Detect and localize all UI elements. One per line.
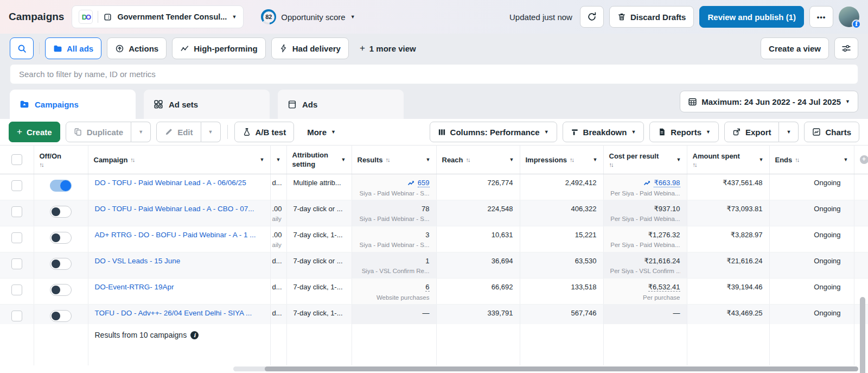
breakdown-button[interactable]: Breakdown ▼	[563, 122, 644, 142]
duplicate-button[interactable]: Duplicate	[66, 122, 132, 142]
edit-dropdown[interactable]: ▼	[201, 122, 221, 142]
columns-button[interactable]: Columns: Performance ▼	[430, 122, 557, 142]
search-input[interactable]	[10, 64, 858, 84]
tab-ad-sets[interactable]: Ad sets	[144, 90, 270, 119]
campaign-toggle[interactable]	[50, 180, 72, 192]
row-checkbox[interactable]	[11, 258, 22, 269]
campaign-name-link[interactable]: DO - VSL Leads - 15 June	[95, 257, 181, 265]
reach-header[interactable]: Reach↑↓▼	[436, 146, 520, 174]
chevron-down-icon: ▼	[350, 15, 355, 20]
row-checkbox[interactable]	[11, 180, 22, 191]
budget-header[interactable]: ▼	[270, 146, 286, 174]
sort-icon: ↑↓	[795, 156, 799, 163]
avatar[interactable]: f	[839, 7, 859, 27]
row-checkbox[interactable]	[11, 206, 22, 217]
create-button[interactable]: + Create	[9, 122, 60, 142]
campaign-toggle[interactable]	[50, 284, 72, 296]
more-button[interactable]: More ▼	[299, 122, 343, 142]
campaign-toggle[interactable]	[50, 258, 72, 270]
campaign-toggle[interactable]	[50, 206, 72, 218]
add-column-icon[interactable]: +	[860, 155, 868, 164]
facebook-badge-icon: f	[852, 20, 861, 29]
attribution-cell: 7-day click or ...	[286, 200, 352, 226]
cost-per-result-sub-label: Per Siya - Paid Webina...	[610, 242, 680, 248]
refresh-button[interactable]	[580, 6, 604, 28]
ends-cell: Ongoing	[769, 226, 854, 252]
view-settings-button[interactable]	[834, 37, 858, 59]
review-publish-button[interactable]: Review and publish (1)	[699, 6, 804, 28]
row-checkbox[interactable]	[11, 285, 22, 295]
export-dropdown[interactable]: ▼	[779, 122, 799, 142]
select-all-checkbox[interactable]	[11, 154, 22, 165]
duplicate-dropdown[interactable]: ▼	[131, 122, 151, 142]
info-icon[interactable]: i	[190, 331, 199, 339]
vertical-scrollbar[interactable]	[860, 297, 865, 373]
view-all-ads[interactable]: All ads	[45, 37, 101, 59]
view-actions[interactable]: Actions	[107, 37, 167, 59]
attribution-header[interactable]: Attributionsetting▼	[286, 146, 352, 174]
ab-test-button[interactable]: A/B test	[234, 122, 295, 142]
campaign-name-cell: TOFU - DO - Adv++- 26/04 Event Delhi - S…	[88, 305, 270, 325]
impressions-cell: 567,746	[520, 305, 603, 325]
reach-cell: 224,548	[436, 200, 520, 226]
circle-up-arrow-icon	[115, 44, 124, 53]
attribution-value: 7-day click or ...	[293, 257, 343, 265]
search-views-button[interactable]	[10, 37, 34, 59]
opportunity-score[interactable]: 82 Opportunity score ▼	[261, 9, 355, 24]
results-cell: 6 Website purchases	[352, 279, 436, 305]
campaign-toggle[interactable]	[50, 232, 72, 244]
campaign-name-link[interactable]: TOFU - DO - Adv++- 26/04 Event Delhi - S…	[95, 309, 252, 317]
grid-icon	[154, 99, 163, 109]
ends-value: Ongoing	[814, 283, 840, 291]
attribution-cell: 7-day click, 1-...	[286, 279, 352, 305]
edit-label: Edit	[177, 128, 193, 137]
row-select-cell	[0, 226, 34, 252]
date-range-selector[interactable]: Maximum: 24 Jun 2022 - 24 Jul 2025 ▼	[680, 91, 858, 112]
campaign-name-link[interactable]: AD+ RTRG - DO - BOFU - Paid Webinar - A …	[95, 231, 256, 239]
tab-label: Ads	[302, 100, 317, 109]
campaign-name-link[interactable]: DO-Event-RTRG- 19Apr	[95, 283, 174, 291]
tab-ads[interactable]: Ads	[278, 90, 404, 119]
off-on-header[interactable]: Off/On↑↓	[34, 146, 88, 174]
row-toggle-cell	[34, 226, 88, 252]
amount-spent-header[interactable]: Amount spent↑↓▼	[687, 146, 769, 174]
reach-cell: 66,692	[436, 279, 520, 305]
horizontal-scrollbar-thumb[interactable]	[265, 366, 858, 371]
attribution-value: Multiple attrib...	[293, 179, 341, 187]
impressions-header[interactable]: Impressions↑↓▼	[520, 146, 603, 174]
edit-button[interactable]: Edit	[156, 122, 201, 142]
row-checkbox[interactable]	[11, 311, 22, 321]
tab-campaigns[interactable]: Campaigns	[10, 90, 136, 119]
amount-spent-value: ₹21,616.24	[726, 257, 762, 265]
create-view-button[interactable]: Create a view	[761, 37, 829, 59]
ends-header[interactable]: Ends↑↓▼	[769, 146, 854, 174]
campaign-toggle[interactable]	[50, 310, 72, 322]
discard-drafts-button[interactable]: Discard Drafts	[609, 6, 694, 28]
charts-button[interactable]: Charts	[804, 122, 859, 142]
campaign-header[interactable]: Campaign↑↓▼	[88, 146, 270, 174]
results-header[interactable]: Results↑↓▼	[352, 146, 436, 174]
cost-per-result-value[interactable]: ₹663.98	[654, 179, 680, 187]
summary-row: Results from 10 campaigns i	[0, 324, 868, 365]
campaign-name-cell: DO - TOFU - Paid Webinar Lead - A - 06/0…	[88, 174, 270, 200]
amount-spent-cell: ₹39,194.46	[687, 279, 769, 305]
more-options-button[interactable]: •••	[809, 6, 833, 28]
view-had-delivery[interactable]: Had delivery	[271, 37, 349, 59]
one-more-view-link[interactable]: + 1 more view	[354, 43, 422, 54]
horizontal-scrollbar[interactable]	[233, 366, 858, 371]
export-button[interactable]: Export	[724, 122, 780, 142]
reports-button[interactable]: Reports ▼	[649, 122, 719, 142]
ad-account-selector[interactable]: DO Government Tender Consul... ▼	[72, 5, 244, 28]
campaign-name-link[interactable]: DO - TOFU - Paid Webinar Lead - A - 06/0…	[95, 179, 246, 187]
view-high-performing[interactable]: High-performing	[172, 37, 266, 59]
more-view-label: 1 more view	[369, 44, 416, 53]
campaign-name-link[interactable]: DO - TOFU - Paid Webinar Lead - A - CBO …	[95, 205, 254, 213]
cost-per-result-sub-label: Per purchase	[610, 294, 680, 301]
row-checkbox[interactable]	[11, 232, 22, 243]
cost-per-result-header[interactable]: Cost per result↑↓▼	[603, 146, 687, 174]
results-value[interactable]: 659	[418, 179, 430, 187]
impressions-cell: 406,322	[520, 200, 603, 226]
budget-fragment: .00	[272, 231, 285, 239]
ellipsis-icon: •••	[817, 13, 826, 21]
level-tabs: Campaigns Ad sets Ads Maximum: 24 Jun 20…	[0, 87, 868, 119]
